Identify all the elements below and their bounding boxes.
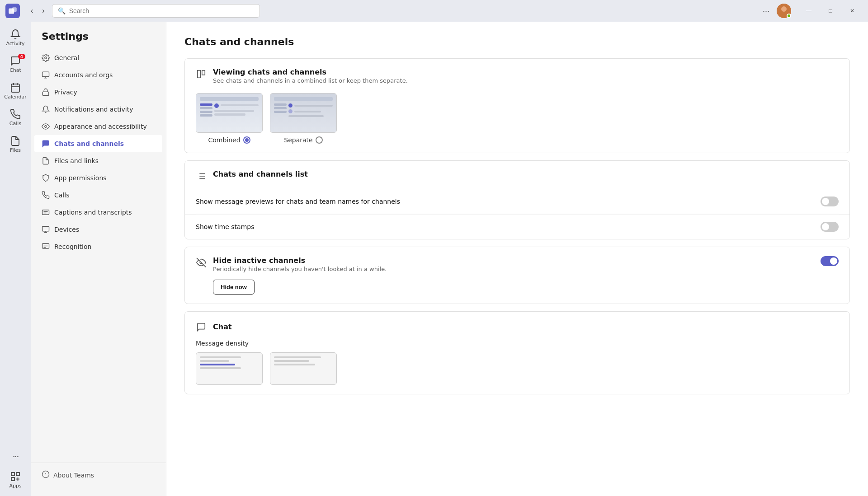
list-section-header: Chats and channels list [185,161,849,189]
toggle-row-previews: Show message previews for chats and team… [185,189,849,214]
bell-icon [10,29,21,40]
nav-item-recognition[interactable]: Recognition [31,238,166,255]
about-teams-label: About Teams [53,472,94,479]
preview-content [200,103,259,118]
nav-label-appearance: Appearance and accessibility [54,123,147,130]
hide-now-button[interactable]: Hide now [213,280,255,295]
nav-item-accounts[interactable]: Accounts and orgs [31,66,166,84]
svg-rect-1 [12,7,17,12]
preview-sidebar-sep [274,103,287,117]
list-section-text: Chats and channels list [213,170,308,178]
nav-label-files: Files and links [54,157,99,164]
main-layout: Activity 4 Chat Calendar Calls Files [0,22,868,496]
separate-label: Separate [284,136,312,144]
nav-item-general[interactable]: General [31,49,166,66]
preview-sidebar-item [200,107,212,109]
hide-inactive-text: Hide inactive channels Periodically hide… [213,256,387,272]
separate-option[interactable]: Separate [270,93,337,144]
back-button[interactable]: ‹ [27,5,37,17]
calendar-label: Calendar [4,94,26,100]
svg-rect-20 [42,210,49,215]
sidebar-item-calls[interactable]: Calls [3,105,28,130]
sidebar-item-activity[interactable]: Activity [3,25,28,50]
density-row [200,367,241,369]
search-bar: 🔍 [52,4,260,18]
close-button[interactable]: ✕ [842,4,863,18]
density-row [274,360,309,362]
timestamps-label: Show time stamps [196,223,255,230]
calls-label: Calls [9,121,21,126]
density-options [185,352,849,394]
chat-section: Chat Message density [184,311,850,394]
nav-label-recognition: Recognition [54,243,91,250]
density-row [274,364,315,365]
nav-item-permissions[interactable]: App permissions [31,169,166,187]
forward-button[interactable]: › [38,5,48,17]
viewing-title: Viewing chats and channels [213,68,408,76]
separate-radio[interactable] [316,136,323,144]
viewing-section: Viewing chats and channels See chats and… [184,58,850,153]
density-preview-2[interactable] [270,352,337,385]
teams-logo [5,4,20,18]
svg-rect-23 [42,226,49,231]
hide-inactive-body: Hide now [185,276,849,304]
chat-section-title: Chat [213,323,232,331]
density-preview-1[interactable] [196,352,263,385]
nav-label-permissions: App permissions [54,174,107,182]
more-options-button[interactable]: ··· [759,5,773,18]
chat-badge: 4 [18,54,25,59]
sidebar-item-apps[interactable]: Apps [3,468,28,492]
maximize-button[interactable]: □ [820,4,841,18]
svg-rect-9 [11,473,14,476]
view-options: Combined [196,93,839,144]
nav-item-chats[interactable]: Chats and channels [34,135,162,152]
nav-item-notifications[interactable]: Notifications and activity [31,101,166,118]
preview-main [214,103,259,118]
bell-nav-icon [42,105,50,113]
nav-label-calls: Calls [54,192,69,199]
recognition-nav-icon [42,243,50,251]
preview-sidebar-item-sep [274,103,287,106]
timestamps-toggle[interactable] [821,222,839,232]
devices-nav-icon [42,225,50,234]
combined-option[interactable]: Combined [196,93,263,144]
phone-nav-icon [42,191,50,199]
svg-rect-11 [11,477,14,481]
sidebar-item-more[interactable]: ··· [3,448,28,466]
preview-row [214,113,245,116]
chat-nav-icon [42,140,50,148]
hide-inactive-title: Hide inactive channels [213,256,387,265]
nav-item-appearance[interactable]: Appearance and accessibility [31,118,166,135]
svg-rect-32 [198,70,200,78]
settings-sidebar: Settings General Accounts and orgs Priva… [31,22,166,496]
preview-sidebar-item [200,103,212,106]
settings-bottom: About Teams [31,463,166,487]
previews-toggle[interactable] [821,197,839,206]
captions-nav-icon [42,208,50,216]
content-area: Chats and channels Viewing chats and cha… [166,22,868,496]
sidebar-item-chat[interactable]: 4 Chat [3,52,28,77]
nav-item-privacy[interactable]: Privacy [31,84,166,101]
files-label: Files [10,147,21,153]
hide-inactive-left: Hide inactive channels Periodically hide… [196,256,387,272]
hide-inactive-toggle[interactable] [821,256,839,266]
nav-item-captions[interactable]: Captions and transcripts [31,204,166,221]
minimize-button[interactable]: — [798,4,819,18]
nav-item-files[interactable]: Files and links [31,152,166,169]
sidebar-item-files[interactable]: Files [3,132,28,157]
gear-nav-icon [42,54,50,62]
nav-item-calls[interactable]: Calls [31,187,166,204]
activity-label: Activity [6,41,24,47]
combined-preview [196,93,263,133]
nav-item-devices[interactable]: Devices [31,221,166,238]
nav-label-accounts: Accounts and orgs [54,71,113,79]
preview-sidebar-item [200,111,212,113]
viewing-section-header: Viewing chats and channels See chats and… [185,59,849,91]
chat-section-icon [196,322,207,332]
about-teams-item[interactable]: About Teams [42,470,155,480]
search-input[interactable] [69,7,254,14]
chat-label: Chat [9,67,21,73]
sidebar-item-calendar[interactable]: Calendar [3,79,28,103]
toggle-row-timestamps: Show time stamps [185,214,849,239]
combined-radio[interactable] [243,136,250,144]
